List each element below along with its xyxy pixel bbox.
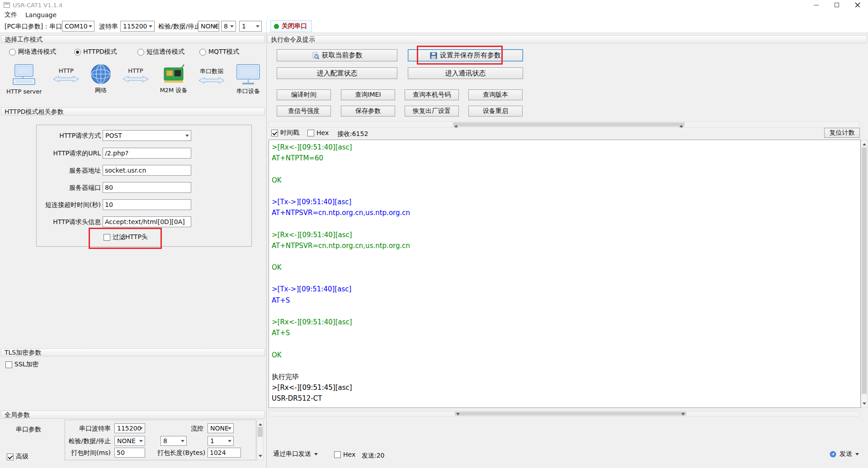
factory-reset-button[interactable]: 恢复出厂设置 bbox=[405, 106, 459, 117]
chevron-down-icon bbox=[314, 453, 318, 457]
http-method-select[interactable]: POST bbox=[103, 130, 191, 141]
short-conn-timeout-input[interactable] bbox=[103, 199, 191, 210]
log-line bbox=[272, 338, 860, 349]
log-line: 执行完毕 bbox=[272, 371, 860, 382]
server-port-input[interactable] bbox=[103, 182, 191, 193]
chevron-down-icon bbox=[139, 440, 143, 444]
flow-control-value: NONE bbox=[210, 424, 229, 433]
log-vscrollbar[interactable] bbox=[861, 140, 868, 408]
factory-reset-label: 恢复出厂设置 bbox=[413, 107, 451, 115]
pack-length-input[interactable] bbox=[208, 448, 241, 458]
databits-select[interactable]: 8 bbox=[221, 21, 236, 32]
scroll-down-icon[interactable] bbox=[257, 454, 263, 460]
enter-comm-button[interactable]: 进入通讯状态 bbox=[408, 67, 523, 79]
close-button[interactable] bbox=[847, 0, 868, 10]
get-params-button[interactable]: 获取当前参数 bbox=[277, 49, 397, 61]
pack-time-label: 打包时间(ms) bbox=[43, 448, 111, 458]
query-imei-button[interactable]: 查询IMEI bbox=[341, 89, 395, 100]
http-header-input[interactable] bbox=[103, 216, 191, 227]
global-baud-select[interactable]: 115200 bbox=[114, 423, 145, 433]
log-line: AT+NTPTM=60 bbox=[272, 153, 860, 164]
enter-config-label: 进入配置状态 bbox=[317, 69, 358, 78]
command-panel-title: 执行命令及提示 bbox=[271, 36, 315, 43]
device-restart-button[interactable]: 设备重启 bbox=[468, 106, 523, 117]
chevron-down-icon bbox=[139, 427, 143, 431]
scroll-up-icon[interactable] bbox=[861, 140, 867, 146]
com-port-select[interactable]: COM10 bbox=[62, 21, 94, 32]
serial-toolbar: [PC串口参数]：串口号 COM10 波特率 115200 检验/数据/停止 N… bbox=[0, 20, 868, 33]
scroll-collapse-icon bbox=[456, 413, 460, 417]
reset-count-label: 复位计数 bbox=[830, 129, 855, 137]
radio-mqtt-mode[interactable]: MQTT模式 bbox=[199, 48, 239, 56]
scrollbar-thumb[interactable] bbox=[453, 122, 684, 126]
log-hscrollbar-top[interactable] bbox=[269, 122, 860, 127]
reset-count-button[interactable]: 复位计数 bbox=[824, 128, 860, 138]
close-port-button[interactable]: 关闭串口 bbox=[270, 20, 312, 32]
baud-select[interactable]: 115200 bbox=[120, 21, 155, 32]
log-line bbox=[272, 251, 860, 262]
query-version-label: 查询版本 bbox=[483, 91, 508, 99]
send-button[interactable]: 发送 bbox=[828, 449, 861, 459]
maximize-icon bbox=[835, 3, 839, 7]
diagram-node-label: HTTP server bbox=[6, 88, 42, 95]
log-line bbox=[272, 360, 860, 371]
log-line: AT+S bbox=[272, 328, 860, 338]
save-params-button[interactable]: 保存参数 bbox=[341, 106, 395, 117]
global-databits-select[interactable]: 8 bbox=[160, 436, 187, 446]
compile-time-button[interactable]: 编译时间 bbox=[277, 89, 331, 100]
radio-net-transparent-mode[interactable]: 网络透传模式 bbox=[9, 48, 56, 56]
app-icon bbox=[4, 2, 10, 8]
pack-time-input[interactable] bbox=[114, 448, 145, 458]
scroll-up-icon[interactable] bbox=[257, 420, 263, 426]
com-port-label: [PC串口参数]：串口号 bbox=[5, 20, 68, 33]
send-via-dropdown[interactable]: 通过串口发送 bbox=[271, 449, 320, 459]
filter-http-header-checkbox[interactable]: 过滤HTTP头 bbox=[104, 233, 148, 241]
checkbox-icon bbox=[5, 361, 12, 368]
advanced-checkbox[interactable]: 高级 bbox=[7, 453, 28, 461]
window-controls bbox=[806, 0, 868, 10]
maximize-button[interactable] bbox=[826, 0, 847, 10]
scrollbar-thumb[interactable] bbox=[258, 427, 263, 437]
set-save-all-label: 设置并保存所有参数 bbox=[440, 51, 501, 60]
work-mode-header: 选择工作模式 bbox=[1, 35, 265, 43]
set-save-all-button[interactable]: 设置并保存所有参数 bbox=[408, 49, 523, 61]
scroll-down-icon[interactable] bbox=[861, 401, 867, 407]
log-line bbox=[272, 306, 860, 317]
save-icon bbox=[430, 52, 437, 59]
ssl-encrypt-checkbox[interactable]: SSL加密 bbox=[5, 360, 39, 369]
query-version-button[interactable]: 查询版本 bbox=[468, 89, 523, 100]
send-via-label: 通过串口发送 bbox=[273, 450, 311, 458]
radio-sms-transparent-mode[interactable]: 短信透传模式 bbox=[137, 48, 184, 56]
menu-file[interactable]: 文件 bbox=[5, 11, 17, 19]
radio-label: 网络透传模式 bbox=[18, 48, 56, 56]
hex-recv-checkbox[interactable]: Hex bbox=[307, 129, 329, 137]
global-stopbits-select[interactable]: 1 bbox=[208, 436, 234, 446]
hex-send-checkbox[interactable]: Hex bbox=[334, 450, 355, 459]
global-params-title: 全局参数 bbox=[5, 411, 30, 418]
global-params-scrollbar[interactable] bbox=[257, 420, 264, 460]
log-line bbox=[272, 186, 860, 197]
diagram-link-http-1: HTTP bbox=[42, 67, 91, 83]
checkbox-icon bbox=[104, 234, 110, 241]
log-area[interactable]: >[Rx<-][09:51:40][asc]AT+NTPTM=60 OK >[T… bbox=[269, 140, 861, 408]
http-url-input[interactable] bbox=[103, 148, 191, 159]
query-signal-button[interactable]: 查信号强度 bbox=[277, 106, 331, 117]
menu-language[interactable]: Language bbox=[25, 11, 57, 19]
enter-config-button[interactable]: 进入配置状态 bbox=[277, 67, 397, 79]
scrollbar-thumb[interactable] bbox=[455, 412, 686, 416]
diagram-node-http-server: HTTP server bbox=[6, 64, 42, 95]
parity-select[interactable]: NONE bbox=[198, 21, 219, 32]
diagram-link-serial-data: 串口数据 bbox=[187, 67, 236, 84]
scrollbar-thumb[interactable] bbox=[862, 147, 867, 394]
minimize-button[interactable] bbox=[806, 0, 826, 10]
stopbits-select[interactable]: 1 bbox=[239, 21, 262, 32]
timestamp-checkbox[interactable]: 时间戳 bbox=[271, 129, 299, 137]
window-title: USR-CAT1 V1.1.4 bbox=[13, 2, 62, 9]
log-hscrollbar-bottom[interactable] bbox=[269, 411, 860, 417]
query-phone-number-button[interactable]: 查询本机号码 bbox=[405, 89, 459, 100]
global-parity-select[interactable]: NONE bbox=[114, 436, 145, 446]
server-address-input[interactable] bbox=[103, 165, 191, 176]
radio-httpd-mode[interactable]: HTTPD模式 bbox=[74, 48, 117, 56]
flow-control-select[interactable]: NONE bbox=[208, 423, 234, 433]
global-baud-value: 115200 bbox=[117, 424, 141, 433]
